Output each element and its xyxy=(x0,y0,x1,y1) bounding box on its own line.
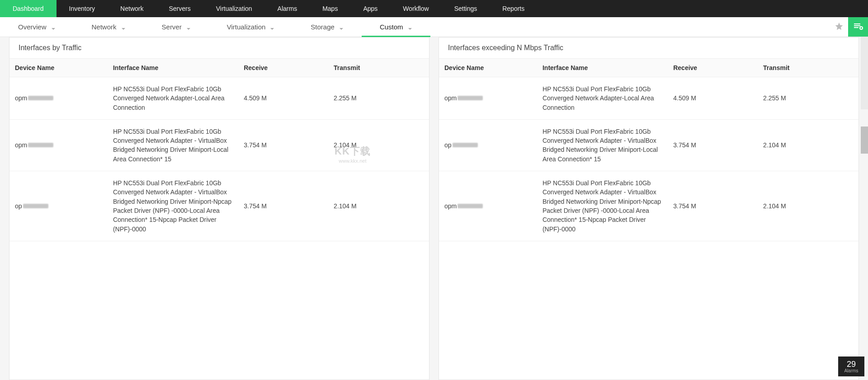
topnav-settings[interactable]: Settings xyxy=(442,0,490,17)
subnav-right xyxy=(830,17,868,37)
top-nav: Dashboard Inventory Network Servers Virt… xyxy=(0,0,868,17)
cell-device: opm xyxy=(444,94,542,103)
topnav-reports[interactable]: Reports xyxy=(490,0,537,17)
topnav-workflow[interactable]: Workflow xyxy=(390,0,441,17)
nav-label: Reports xyxy=(502,5,524,12)
chevron-down-icon xyxy=(121,25,126,29)
topnav-network[interactable]: Network xyxy=(108,0,156,17)
favorite-button[interactable] xyxy=(830,17,848,37)
table-row[interactable]: op HP NC553i Dual Port FlexFabric 10Gb C… xyxy=(9,171,429,241)
cell-interface: HP NC553i Dual Port FlexFabric 10Gb Conv… xyxy=(113,84,244,112)
col-device[interactable]: Device Name xyxy=(444,64,542,71)
table-row[interactable]: opm HP NC553i Dual Port FlexFabric 10Gb … xyxy=(439,77,859,120)
subnav-label: Network xyxy=(92,23,117,31)
subnav-label: Server xyxy=(162,23,182,31)
device-name-text: opm xyxy=(444,202,457,211)
table-row[interactable]: opm HP NC553i Dual Port FlexFabric 10Gb … xyxy=(9,77,429,120)
nav-label: Settings xyxy=(454,5,477,12)
subnav-label: Overview xyxy=(18,23,47,31)
redacted-text xyxy=(458,204,483,208)
nav-label: Maps xyxy=(322,5,338,12)
col-transmit[interactable]: Transmit xyxy=(334,64,424,71)
alarms-count: 29 xyxy=(847,360,856,368)
panel-interfaces-by-traffic: Interfaces by Traffic Device Name Interf… xyxy=(9,37,429,380)
device-name-text: opm xyxy=(15,141,27,150)
subnav-overview[interactable]: Overview xyxy=(0,17,74,37)
device-name-text: op xyxy=(15,202,22,211)
table-header: Device Name Interface Name Receive Trans… xyxy=(439,59,859,77)
alarms-label: Alarms xyxy=(844,368,858,373)
nav-label: Dashboard xyxy=(13,5,44,12)
list-add-icon xyxy=(853,21,863,33)
subnav-server[interactable]: Server xyxy=(144,17,209,37)
nav-label: Workflow xyxy=(403,5,429,12)
device-name-text: opm xyxy=(15,94,27,103)
redacted-text xyxy=(28,143,53,147)
col-interface[interactable]: Interface Name xyxy=(542,64,673,71)
redacted-text xyxy=(23,204,48,208)
cell-receive: 4.509 M xyxy=(244,94,334,103)
scrollbar-thumb[interactable] xyxy=(861,127,868,154)
topnav-inventory[interactable]: Inventory xyxy=(57,0,108,17)
cell-interface: HP NC553i Dual Port FlexFabric 10Gb Conv… xyxy=(542,178,673,234)
panel-title: Interfaces exceeding N Mbps Traffic xyxy=(439,38,859,59)
cell-receive: 3.754 M xyxy=(673,202,763,211)
subnav-network[interactable]: Network xyxy=(74,17,144,37)
nav-label: Apps xyxy=(363,5,377,12)
table-header: Device Name Interface Name Receive Trans… xyxy=(9,59,429,77)
cell-transmit: 2.104 M xyxy=(334,141,424,150)
cell-receive: 3.754 M xyxy=(244,202,334,211)
cell-device: op xyxy=(15,202,113,211)
scrollbar-track[interactable] xyxy=(861,37,868,109)
cell-transmit: 2.104 M xyxy=(763,202,853,211)
cell-device: opm xyxy=(15,141,113,150)
chevron-down-icon xyxy=(270,25,274,29)
nav-label: Network xyxy=(120,5,143,12)
cell-transmit: 2.255 M xyxy=(763,94,853,103)
nav-label: Alarms xyxy=(278,5,297,12)
topnav-virtualization[interactable]: Virtualization xyxy=(203,0,265,17)
topnav-maps[interactable]: Maps xyxy=(310,0,350,17)
cell-interface: HP NC553i Dual Port FlexFabric 10Gb Conv… xyxy=(542,127,673,164)
cell-transmit: 2.104 M xyxy=(763,141,853,150)
redacted-text xyxy=(28,96,53,100)
cell-device: op xyxy=(444,141,542,150)
cell-transmit: 2.255 M xyxy=(334,94,424,103)
cell-device: opm xyxy=(15,94,113,103)
topnav-alarms[interactable]: Alarms xyxy=(265,0,310,17)
panel-title: Interfaces by Traffic xyxy=(9,38,429,59)
table-body: opm HP NC553i Dual Port FlexFabric 10Gb … xyxy=(9,77,429,380)
col-interface[interactable]: Interface Name xyxy=(113,64,244,71)
cell-interface: HP NC553i Dual Port FlexFabric 10Gb Conv… xyxy=(113,127,244,164)
dashboard-content: Interfaces by Traffic Device Name Interf… xyxy=(0,37,868,380)
device-name-text: opm xyxy=(444,94,457,103)
subnav-label: Custom xyxy=(380,23,403,31)
panel-interfaces-exceeding: Interfaces exceeding N Mbps Traffic Devi… xyxy=(439,37,859,380)
topnav-servers[interactable]: Servers xyxy=(156,0,203,17)
cell-interface: HP NC553i Dual Port FlexFabric 10Gb Conv… xyxy=(542,84,673,112)
chevron-down-icon xyxy=(408,25,412,29)
subnav-virtualization[interactable]: Virtualization xyxy=(209,17,293,37)
nav-label: Inventory xyxy=(69,5,95,12)
topnav-apps[interactable]: Apps xyxy=(350,0,390,17)
subnav-custom[interactable]: Custom xyxy=(362,17,430,37)
col-device[interactable]: Device Name xyxy=(15,64,113,71)
col-receive[interactable]: Receive xyxy=(244,64,334,71)
topnav-dashboard[interactable]: Dashboard xyxy=(0,0,57,17)
alarms-badge[interactable]: 29 Alarms xyxy=(838,357,864,376)
col-receive[interactable]: Receive xyxy=(673,64,763,71)
cell-receive: 4.509 M xyxy=(673,94,763,103)
col-transmit[interactable]: Transmit xyxy=(763,64,853,71)
table-row[interactable]: opm HP NC553i Dual Port FlexFabric 10Gb … xyxy=(439,171,859,241)
redacted-text xyxy=(458,96,483,100)
chevron-down-icon xyxy=(186,25,191,29)
add-widget-button[interactable] xyxy=(848,17,868,37)
star-icon xyxy=(835,22,844,32)
subnav-label: Storage xyxy=(311,23,335,31)
nav-label: Virtualization xyxy=(216,5,252,12)
table-row[interactable]: op HP NC553i Dual Port FlexFabric 10Gb C… xyxy=(439,120,859,171)
subnav-storage[interactable]: Storage xyxy=(292,17,362,37)
cell-device: opm xyxy=(444,202,542,211)
subnav-label: Virtualization xyxy=(227,23,266,31)
table-row[interactable]: opm HP NC553i Dual Port FlexFabric 10Gb … xyxy=(9,120,429,171)
